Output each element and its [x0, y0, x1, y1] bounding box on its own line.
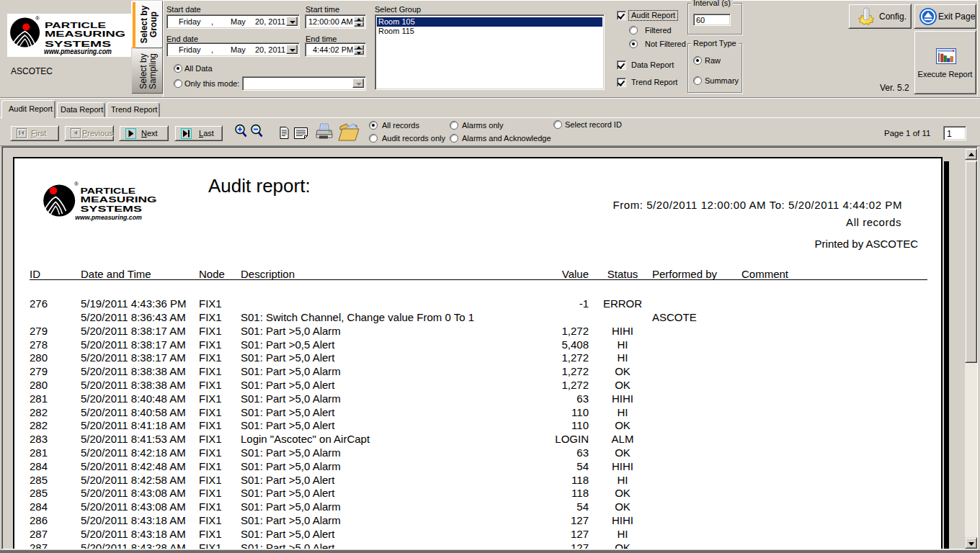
- svg-text:PARTICLE: PARTICLE: [45, 21, 106, 30]
- svg-text:PARTICLE: PARTICLE: [81, 186, 136, 195]
- svg-text:MEASURING: MEASURING: [81, 195, 157, 204]
- svg-text:www.pmeasuring.com: www.pmeasuring.com: [75, 213, 142, 221]
- svg-text:®: ®: [35, 15, 40, 22]
- svg-text:www.pmeasuring.com: www.pmeasuring.com: [44, 48, 112, 55]
- svg-text:SYSTEMS: SYSTEMS: [81, 204, 142, 213]
- svg-text:MEASURING: MEASURING: [45, 30, 125, 38]
- svg-text:®: ®: [74, 181, 79, 187]
